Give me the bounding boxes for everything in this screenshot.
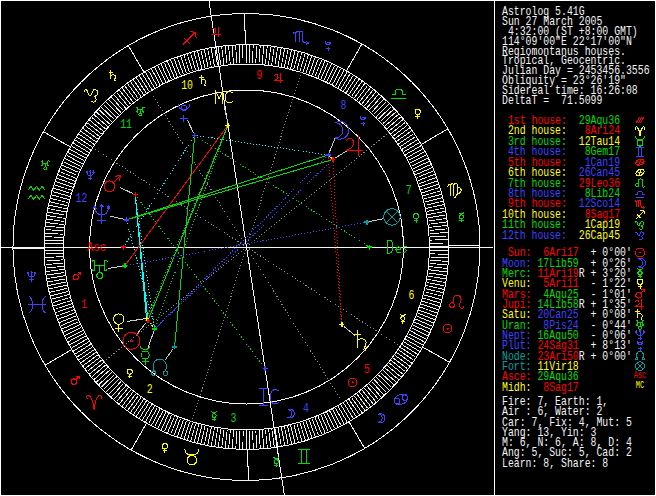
svg-text:12th house: 26Cap45: 12th house: 26Cap45 [502, 229, 620, 242]
svg-text:4: 4 [303, 402, 309, 415]
svg-text:11: 11 [120, 118, 132, 131]
svg-text:9: 9 [257, 69, 263, 82]
svg-text:6: 6 [409, 289, 415, 302]
svg-text:3: 3 [231, 412, 237, 425]
svg-text:DeltaT = 71.5099: DeltaT = 71.5099 [502, 94, 602, 107]
svg-text:Asc: Asc [87, 240, 106, 255]
svg-text:Midh: 8Sag17: Midh: 8Sag17 [502, 381, 585, 394]
svg-text:Learn: 8, Share: 8: Learn: 8, Share: 8 [502, 457, 608, 470]
svg-text:5: 5 [364, 364, 370, 377]
svg-text:10: 10 [181, 79, 193, 92]
svg-text:12: 12 [76, 192, 88, 205]
svg-text:2: 2 [147, 383, 153, 396]
svg-text:MC: MC [636, 380, 644, 392]
svg-text:8: 8 [340, 99, 346, 112]
svg-text:1: 1 [81, 298, 87, 311]
svg-text:7: 7 [406, 184, 412, 197]
